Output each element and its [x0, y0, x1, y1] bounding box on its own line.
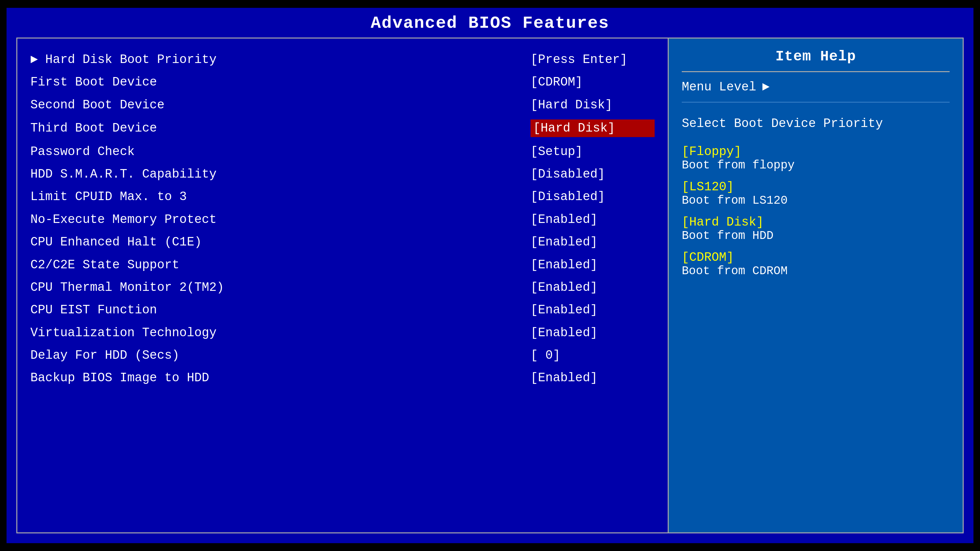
row-value-limit-cpuid: [Disabled] — [530, 189, 655, 205]
bios-row-third-boot[interactable]: Third Boot Device[Hard Disk] — [30, 116, 655, 140]
row-label-password-check: Password Check — [30, 144, 135, 160]
page-title: Advanced BIOS Features — [6, 8, 974, 38]
row-label-cpu-eist: CPU EIST Function — [30, 302, 157, 318]
row-label-delay-hdd: Delay For HDD (Secs) — [30, 347, 179, 363]
help-entry-ls120: [LS120]Boot from LS120 — [682, 180, 950, 207]
row-value-hdd-priority: [Press Enter] — [530, 52, 655, 68]
bios-row-limit-cpuid[interactable]: Limit CPUID Max. to 3[Disabled] — [30, 186, 655, 208]
row-label-first-boot: First Boot Device — [30, 74, 157, 90]
bios-row-first-boot[interactable]: First Boot Device[CDROM] — [30, 71, 655, 94]
help-desc-ls120: Boot from LS120 — [682, 194, 950, 207]
row-value-third-boot: [Hard Disk] — [530, 119, 655, 137]
bios-row-hdd-priority[interactable]: ► Hard Disk Boot Priority[Press Enter] — [30, 48, 655, 71]
menu-level-arrow: ► — [762, 80, 770, 94]
row-label-hdd-priority: ► Hard Disk Boot Priority — [30, 52, 216, 68]
help-entries: [Floppy]Boot from floppy[LS120]Boot from… — [682, 144, 950, 278]
bios-row-virtualization[interactable]: Virtualization Technology[Enabled] — [30, 322, 655, 344]
row-label-cpu-thermal: CPU Thermal Monitor 2(TM2) — [30, 279, 224, 295]
row-value-virtualization: [Enabled] — [530, 325, 655, 341]
menu-level-row: Menu Level ► — [682, 80, 950, 103]
bios-row-hdd-smart[interactable]: HDD S.M.A.R.T. Capability[Disabled] — [30, 163, 655, 186]
help-key-floppy: [Floppy] — [682, 144, 950, 159]
bios-row-second-boot[interactable]: Second Boot Device[Hard Disk] — [30, 94, 655, 116]
bios-row-delay-hdd[interactable]: Delay For HDD (Secs)[ 0] — [30, 344, 655, 367]
row-label-c2-state: C2/C2E State Support — [30, 257, 179, 273]
row-value-c2-state: [Enabled] — [530, 257, 655, 273]
row-value-no-execute: [Enabled] — [530, 211, 655, 227]
help-entry-hard-disk: [Hard Disk]Boot from HDD — [682, 215, 950, 243]
help-desc-hard-disk: Boot from HDD — [682, 229, 950, 243]
help-key-hard-disk: [Hard Disk] — [682, 215, 950, 229]
row-label-limit-cpuid: Limit CPUID Max. to 3 — [30, 189, 187, 205]
row-value-cpu-enhanced-halt: [Enabled] — [530, 234, 655, 250]
row-value-cpu-eist: [Enabled] — [530, 302, 655, 318]
row-value-second-boot: [Hard Disk] — [530, 97, 655, 113]
row-label-backup-bios: Backup BIOS Image to HDD — [30, 370, 209, 386]
bios-row-cpu-enhanced-halt[interactable]: CPU Enhanced Halt (C1E)[Enabled] — [30, 231, 655, 253]
help-key-ls120: [LS120] — [682, 180, 950, 194]
item-help-title: Item Help — [682, 48, 950, 72]
help-entry-floppy: [Floppy]Boot from floppy — [682, 144, 950, 172]
row-label-second-boot: Second Boot Device — [30, 97, 164, 113]
row-label-no-execute: No-Execute Memory Protect — [30, 211, 216, 227]
row-value-delay-hdd: [ 0] — [530, 347, 655, 363]
row-value-password-check: [Setup] — [530, 144, 655, 160]
row-label-cpu-enhanced-halt: CPU Enhanced Halt (C1E) — [30, 234, 202, 250]
row-value-backup-bios: [Enabled] — [530, 370, 655, 386]
bios-row-cpu-eist[interactable]: CPU EIST Function[Enabled] — [30, 299, 655, 321]
left-panel: ► Hard Disk Boot Priority[Press Enter]Fi… — [18, 38, 669, 532]
help-key-cdrom: [CDROM] — [682, 250, 950, 264]
menu-level-label: Menu Level — [682, 80, 756, 94]
row-label-third-boot: Third Boot Device — [30, 120, 157, 136]
main-content: ► Hard Disk Boot Priority[Press Enter]Fi… — [16, 38, 964, 534]
bios-row-cpu-thermal[interactable]: CPU Thermal Monitor 2(TM2)[Enabled] — [30, 276, 655, 299]
help-desc-floppy: Boot from floppy — [682, 159, 950, 172]
row-label-hdd-smart: HDD S.M.A.R.T. Capability — [30, 166, 216, 182]
row-value-cpu-thermal: [Enabled] — [530, 279, 655, 295]
help-desc-cdrom: Boot from CDROM — [682, 264, 950, 278]
help-entry-cdrom: [CDROM]Boot from CDROM — [682, 250, 950, 278]
row-label-virtualization: Virtualization Technology — [30, 325, 216, 341]
bios-row-backup-bios[interactable]: Backup BIOS Image to HDD[Enabled] — [30, 367, 655, 389]
bios-row-c2-state[interactable]: C2/C2E State Support[Enabled] — [30, 254, 655, 276]
bios-row-password-check[interactable]: Password Check[Setup] — [30, 140, 655, 163]
row-value-first-boot: [CDROM] — [530, 74, 655, 90]
bios-screen: Advanced BIOS Features ► Hard Disk Boot … — [6, 8, 974, 543]
bios-row-no-execute[interactable]: No-Execute Memory Protect[Enabled] — [30, 208, 655, 231]
select-boot-desc: Select Boot Device Priority — [682, 114, 950, 133]
right-panel: Item Help Menu Level ► Select Boot Devic… — [669, 38, 963, 532]
row-value-hdd-smart: [Disabled] — [530, 166, 655, 182]
